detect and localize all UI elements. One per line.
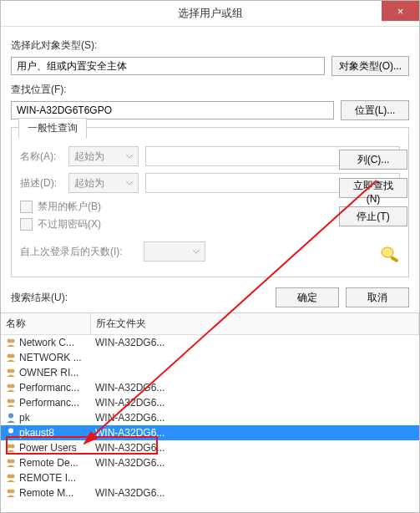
svg-point-3 <box>11 339 15 343</box>
result-folder: WIN-A32DG6... <box>95 382 416 394</box>
result-folder: WIN-A32DG6... <box>95 412 416 424</box>
result-folder: WIN-A32DG6... <box>95 337 416 348</box>
svg-point-11 <box>11 399 15 404</box>
group-icon <box>4 366 18 379</box>
desc-match-combo[interactable]: 起始为 <box>68 173 139 193</box>
name-label: 名称(A): <box>20 150 62 164</box>
result-row[interactable]: Remote De...WIN-A32DG6... <box>1 455 419 470</box>
svg-point-13 <box>8 429 13 434</box>
result-row[interactable]: REMOTE I... <box>1 470 419 485</box>
result-name: Remote De... <box>19 457 95 469</box>
desc-label: 描述(D): <box>20 176 62 190</box>
user-icon <box>4 411 18 424</box>
result-name: pkaust8 <box>19 427 95 439</box>
result-folder: WIN-A32DG6... <box>95 487 416 499</box>
result-name: Performanc... <box>19 397 95 409</box>
svg-point-21 <box>11 490 15 494</box>
result-name: Remote M... <box>19 487 95 499</box>
column-header-folder[interactable]: 所在文件夹 <box>91 313 419 334</box>
svg-point-7 <box>11 369 15 373</box>
chevron-down-icon <box>126 181 133 185</box>
location-input[interactable] <box>11 101 334 119</box>
result-row[interactable]: OWNER RI... <box>1 365 419 380</box>
ok-button[interactable]: 确定 <box>276 287 339 307</box>
svg-point-17 <box>11 460 15 464</box>
dialog-footer: 搜索结果(U): 确定 取消 <box>1 282 419 312</box>
result-folder: WIN-A32DG6... <box>95 397 416 409</box>
results-list[interactable]: Network C...WIN-A32DG6...NETWORK ...OWNE… <box>1 335 419 512</box>
group-icon <box>4 351 18 364</box>
location-button[interactable]: 位置(L)... <box>341 100 409 120</box>
group-icon <box>4 456 18 470</box>
object-type-input[interactable] <box>11 57 325 75</box>
columns-button[interactable]: 列(C)... <box>339 150 407 170</box>
object-type-label: 选择此对象类型(S): <box>11 38 409 53</box>
tab-general-query[interactable]: 一般性查询 <box>18 118 87 139</box>
svg-point-9 <box>11 384 15 389</box>
result-row[interactable]: Remote M...WIN-A32DG6... <box>1 485 419 500</box>
svg-point-12 <box>8 414 13 419</box>
window-title: 选择用户或组 <box>1 6 419 21</box>
location-label: 查找位置(F): <box>11 83 409 97</box>
result-name: REMOTE I... <box>19 472 95 484</box>
title-bar: 选择用户或组 × <box>1 1 419 27</box>
results-header: 名称 所在文件夹 <box>1 313 419 335</box>
result-folder: WIN-A32DG6... <box>95 427 416 439</box>
user-icon <box>4 426 18 439</box>
result-folder: WIN-A32DG6... <box>95 442 416 454</box>
chevron-down-icon <box>126 155 133 159</box>
result-name: OWNER RI... <box>19 367 95 378</box>
chevron-down-icon <box>193 250 200 254</box>
group-icon <box>4 441 18 455</box>
checkbox-icon <box>20 218 33 231</box>
stop-button[interactable]: 停止(T) <box>339 206 407 226</box>
svg-point-0 <box>382 247 393 257</box>
result-folder: WIN-A32DG6... <box>95 457 416 469</box>
result-row[interactable]: pkaust8WIN-A32DG6... <box>1 425 419 440</box>
right-button-column: 列(C)... 立即查找(N) 停止(T) <box>339 150 407 226</box>
group-icon <box>4 381 18 394</box>
find-now-button[interactable]: 立即查找(N) <box>339 178 407 198</box>
result-name: Performanc... <box>19 382 95 394</box>
close-icon: × <box>397 5 404 18</box>
result-row[interactable]: Power UsersWIN-A32DG6... <box>1 440 419 455</box>
search-icon <box>379 245 402 266</box>
result-row[interactable]: NETWORK ... <box>1 350 419 365</box>
dialog-window: 选择用户或组 × 选择此对象类型(S): 对象类型(O)... 查找位置(F):… <box>0 0 420 513</box>
column-header-name[interactable]: 名称 <box>1 313 91 334</box>
result-name: NETWORK ... <box>19 352 95 363</box>
group-icon <box>4 336 18 349</box>
result-row[interactable]: Network C...WIN-A32DG6... <box>1 335 419 350</box>
name-match-combo[interactable]: 起始为 <box>68 146 139 166</box>
result-name: Power Users <box>19 442 95 454</box>
svg-point-15 <box>11 444 15 449</box>
result-row[interactable]: Performanc...WIN-A32DG6... <box>1 395 419 410</box>
svg-point-5 <box>11 354 15 358</box>
days-since-login-label: 自上次登录后的天数(I): <box>20 245 137 259</box>
svg-rect-1 <box>390 256 399 262</box>
result-row[interactable]: pkWIN-A32DG6... <box>1 410 419 425</box>
group-icon <box>4 396 18 409</box>
results-panel: 名称 所在文件夹 Network C...WIN-A32DG6...NETWOR… <box>1 312 419 512</box>
result-name: Network C... <box>19 337 95 348</box>
result-name: pk <box>19 412 95 424</box>
group-icon <box>4 486 18 500</box>
object-type-button[interactable]: 对象类型(O)... <box>331 56 409 76</box>
close-button[interactable]: × <box>382 1 419 21</box>
group-icon <box>4 471 18 485</box>
results-label: 搜索结果(U): <box>11 291 269 305</box>
checkbox-icon <box>20 201 33 213</box>
cancel-button[interactable]: 取消 <box>346 287 409 307</box>
svg-point-19 <box>11 475 15 479</box>
result-row[interactable]: Performanc...WIN-A32DG6... <box>1 380 419 395</box>
days-combo[interactable] <box>144 241 205 262</box>
